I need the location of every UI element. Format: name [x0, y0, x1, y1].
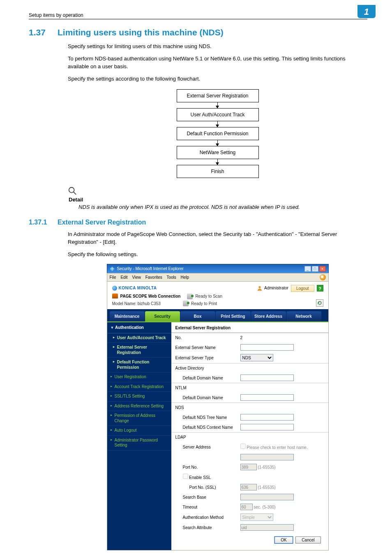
search-attr-label: Search Attribute	[171, 523, 237, 532]
tab-print-setting[interactable]: Print Setting	[216, 311, 251, 321]
breadcrumb: Setup items by operation	[29, 12, 83, 18]
ntlm-ddn-label: Default Domain Name	[171, 393, 237, 403]
ext-server-type-select[interactable]: NDS	[240, 354, 273, 361]
para-3: Specify the settings according to the fo…	[68, 75, 367, 83]
scan-status-icon	[187, 294, 193, 299]
flow-arrow	[217, 159, 218, 165]
sidebar-item-addr-ref[interactable]: Address Reference Setting	[107, 402, 171, 412]
port-ssl-input[interactable]	[240, 484, 257, 490]
sidebar-item-default-func-perm[interactable]: Default Function Permission	[107, 358, 171, 372]
ad-ddn-label: Default Domain Name	[171, 373, 237, 383]
chapter-badge: 1	[357, 5, 376, 18]
sidebar-item-auto-logout[interactable]: Auto Logout	[107, 426, 171, 436]
menu-edit[interactable]: Edit	[120, 275, 127, 280]
ldap-server-label: Server Address	[171, 442, 237, 452]
admin-icon	[257, 285, 263, 291]
tab-security[interactable]: Security	[145, 311, 180, 321]
tab-bar: Maintenance Security Box Print Setting S…	[107, 309, 328, 322]
flow-step: External Server Registration	[177, 89, 259, 102]
tab-maintenance[interactable]: Maintenance	[110, 311, 145, 321]
sub-para-1: In Administrator mode of PageScope Web C…	[68, 230, 367, 246]
nds-group-label: NDS	[171, 403, 237, 413]
ext-server-type-label: External Server Type	[171, 352, 237, 363]
sidebar: Authentication User Auth/Account Track E…	[107, 322, 171, 550]
nds-ctx-input[interactable]	[240, 424, 294, 430]
enable-ssl-label: Enable SSL	[189, 475, 211, 480]
ntlm-ddn-input[interactable]	[240, 394, 294, 401]
flow-step: Default Function Permission	[177, 127, 259, 140]
tab-box[interactable]: Box	[180, 311, 215, 321]
flow-step: NetWare Setting	[177, 146, 259, 159]
ext-server-name-input[interactable]	[240, 344, 294, 351]
flowchart: External Server Registration User Auth/A…	[68, 89, 367, 178]
model-name: Model Name: bizhub C353	[112, 301, 161, 307]
ad-group-label: Active Directory	[171, 363, 237, 373]
minimize-button[interactable]: _	[304, 266, 311, 272]
menu-file[interactable]: File	[110, 275, 116, 280]
detail-label: Detail	[69, 197, 367, 203]
para-2: To perform NDS-based authentication usin…	[68, 55, 367, 71]
pagescope-icon	[112, 294, 118, 298]
app-screenshot: Security - Microsoft Internet Explorer _…	[107, 264, 329, 550]
sidebar-item-perm-addr-change[interactable]: Permission of Address Change	[107, 411, 171, 426]
no-value: 2	[237, 333, 328, 342]
ext-server-name-label: External Server Name	[171, 342, 237, 352]
no-label: No.	[171, 333, 237, 342]
menu-favorites[interactable]: Favorites	[145, 275, 162, 280]
tab-store-address[interactable]: Store Address	[251, 311, 286, 321]
ldap-host-hint: Please check to enter host name.	[247, 445, 307, 450]
svg-point-0	[69, 187, 74, 193]
flow-step: Finish	[177, 165, 259, 178]
nds-tree-label: Default NDS Tree Name	[171, 412, 237, 422]
help-button[interactable]: ?	[317, 285, 323, 291]
sidebar-item-ssl-tls[interactable]: SSL/TLS Setting	[107, 392, 171, 402]
detail-text: NDS is available only when IPX is used a…	[78, 204, 367, 211]
ie-throbber-icon	[320, 274, 326, 280]
cancel-button[interactable]: Cancel	[295, 536, 321, 543]
app-header: KONICA MINOLTA PAGE SCOPE Web Connection…	[107, 282, 328, 309]
admin-label: Administrator	[264, 285, 288, 291]
timeout-label: Timeout	[171, 502, 237, 512]
refresh-button[interactable]	[316, 299, 323, 307]
svg-line-1	[74, 192, 76, 194]
port-ssl-label: Port No. (SSL)	[171, 482, 237, 492]
ldap-group-label: LDAP	[171, 432, 237, 442]
search-attr-input[interactable]	[240, 524, 294, 531]
auth-method-select[interactable]: Simple	[240, 513, 273, 521]
menu-help[interactable]: Help	[181, 275, 189, 280]
sidebar-item-admin-pwd[interactable]: Administrator Password Setting	[107, 436, 171, 451]
logout-button[interactable]: Logout	[291, 285, 314, 292]
maximize-button[interactable]: □	[312, 266, 318, 272]
ie-titlebar: Security - Microsoft Internet Explorer _…	[107, 264, 329, 273]
ad-ddn-input[interactable]	[240, 375, 294, 381]
nds-tree-input[interactable]	[240, 414, 294, 421]
ldap-server-input[interactable]	[240, 454, 294, 460]
timeout-input[interactable]	[240, 504, 253, 510]
enable-ssl-checkbox[interactable]	[183, 474, 188, 479]
tab-network[interactable]: Network	[286, 311, 321, 321]
sidebar-item-ext-server-reg[interactable]: External Server Registration	[107, 343, 171, 358]
para-1: Specify settings for limiting users of t…	[68, 42, 367, 51]
menu-tools[interactable]: Tools	[166, 275, 176, 280]
panel-title: External Server Registration	[171, 322, 328, 333]
port-input[interactable]	[240, 464, 257, 470]
section-heading: 1.37Limiting users using this machine (N…	[29, 28, 367, 37]
ok-button[interactable]: OK	[274, 536, 293, 543]
flow-arrow	[217, 121, 218, 127]
sidebar-group-auth[interactable]: Authentication	[107, 322, 171, 333]
sidebar-item-account-track-reg[interactable]: Account Track Registration	[107, 382, 171, 392]
search-base-input[interactable]	[240, 494, 294, 500]
flow-arrow	[217, 140, 218, 146]
ldap-hostname-checkbox[interactable]	[240, 444, 246, 449]
port-label: Port No.	[171, 462, 237, 472]
sidebar-item-user-auth[interactable]: User Auth/Account Track	[107, 333, 171, 343]
search-base-label: Search Base	[171, 492, 237, 502]
close-button[interactable]: ×	[319, 266, 326, 272]
magnifier-icon	[68, 186, 77, 195]
sub-para-2: Specify the following settings.	[68, 250, 367, 259]
ie-menubar: File Edit View Favorites Tools Help	[107, 273, 329, 282]
ntlm-group-label: NTLM	[171, 383, 237, 393]
sidebar-item-user-reg[interactable]: User Registration	[107, 372, 171, 382]
auth-method-label: Authentication Method	[171, 512, 237, 523]
menu-view[interactable]: View	[132, 275, 141, 280]
